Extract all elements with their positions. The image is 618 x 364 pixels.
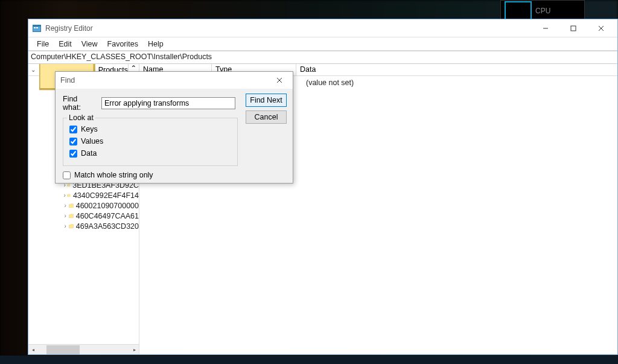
scroll-right-arrow[interactable]: ▸ [130, 345, 139, 354]
menu-file[interactable]: File [32, 39, 54, 49]
address-bar[interactable]: Computer\HKEY_CLASSES_ROOT\Installer\Pro… [28, 51, 617, 64]
tree-item[interactable]: ›4340C992E4F4F14 [28, 190, 139, 200]
find-what-input[interactable] [101, 97, 235, 109]
values-label: Values [81, 137, 103, 145]
registry-editor-window: Registry Editor File Edit View Favorites… [28, 19, 618, 355]
find-what-label: Find what: [63, 95, 97, 112]
chevron-down-icon[interactable]: ⌄ [31, 66, 36, 73]
menu-view[interactable]: View [77, 39, 103, 49]
find-next-button[interactable]: Find Next [246, 94, 287, 107]
regedit-icon [32, 24, 42, 33]
find-title: Find [60, 76, 75, 85]
match-whole-label: Match whole string only [74, 171, 153, 179]
tree-item-label: 460C46497CAA61 [76, 212, 139, 220]
maximize-button[interactable] [559, 19, 587, 37]
scroll-left-arrow[interactable]: ◂ [28, 345, 37, 354]
column-data[interactable]: Data [296, 64, 617, 75]
keys-checkbox[interactable] [69, 126, 77, 133]
scroll-thumb[interactable] [46, 345, 80, 354]
menu-edit[interactable]: Edit [54, 39, 77, 49]
row-data-value: (value not set) [306, 78, 614, 87]
svg-rect-3 [36, 27, 38, 28]
data-label: Data [81, 149, 97, 158]
look-at-group: Look at Keys Values Data [63, 118, 238, 166]
expand-icon[interactable]: › [63, 202, 68, 209]
tree-item-label: 4340C992E4F4F14 [73, 191, 139, 200]
window-title: Registry Editor [45, 24, 532, 33]
titlebar[interactable]: Registry Editor [28, 19, 617, 37]
taskbar[interactable] [0, 356, 618, 364]
data-checkbox[interactable] [69, 150, 77, 158]
menu-help[interactable]: Help [143, 39, 168, 49]
look-at-legend: Look at [67, 113, 95, 122]
expand-icon[interactable]: › [63, 212, 68, 219]
tree-item-label: 460021090700000 [76, 202, 139, 210]
values-checkbox[interactable] [69, 138, 77, 145]
svg-rect-2 [34, 27, 36, 28]
tree-item-label: 469A3A563CD320 [76, 222, 139, 231]
tree-item[interactable]: ›460021090700000 [28, 200, 139, 211]
tree-item[interactable]: ›469A3A563CD320 [28, 221, 139, 231]
find-dialog: Find Find what: Find Next Cancel Look at… [55, 71, 293, 184]
cpu-label: CPU [535, 7, 550, 15]
expand-icon[interactable]: › [63, 192, 66, 199]
close-button[interactable] [587, 19, 615, 37]
tree-item[interactable]: ›460C46497CAA61 [28, 211, 139, 221]
svg-rect-5 [571, 26, 576, 31]
expand-icon[interactable]: › [63, 223, 68, 229]
close-icon[interactable] [271, 74, 288, 86]
match-whole-checkbox[interactable] [63, 171, 71, 179]
horizontal-scrollbar[interactable]: ◂ ▸ [28, 344, 139, 354]
find-titlebar[interactable]: Find [56, 72, 293, 89]
cpu-widget: CPU [500, 0, 585, 21]
cancel-button[interactable]: Cancel [246, 110, 287, 124]
menubar: File Edit View Favorites Help [28, 37, 617, 51]
menu-favorites[interactable]: Favorites [103, 39, 143, 49]
keys-label: Keys [81, 125, 98, 133]
minimize-button[interactable] [532, 19, 559, 37]
cpu-graph-icon [505, 1, 532, 21]
